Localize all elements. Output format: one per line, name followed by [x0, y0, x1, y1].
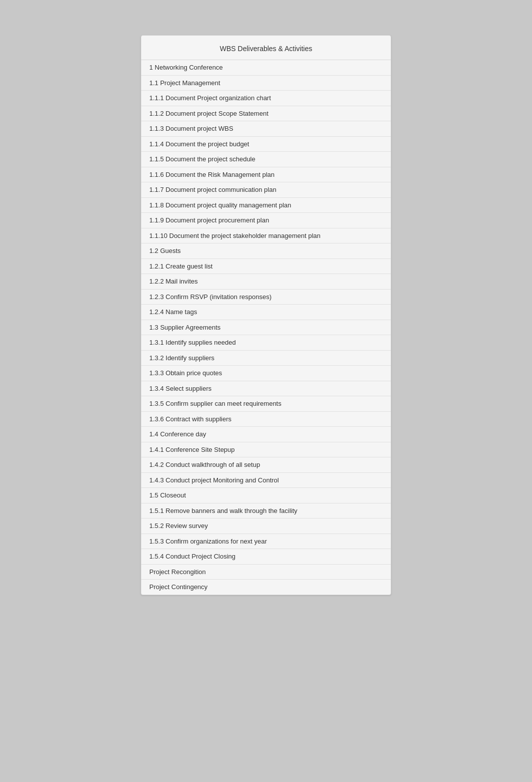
- card-title: WBS Deliverables & Activities: [220, 45, 312, 53]
- wbs-list-item: 1.3.3 Obtain price quotes: [141, 366, 391, 381]
- wbs-list-item: 1.4 Conference day: [141, 427, 391, 442]
- wbs-list-item: 1.5 Closeout: [141, 488, 391, 503]
- wbs-list-item: 1.2.3 Confirm RSVP (invitation responses…: [141, 290, 391, 305]
- wbs-list-item: 1.1.1 Document Project organization char…: [141, 91, 391, 106]
- wbs-list-item: 1.1.9 Document project procurement plan: [141, 213, 391, 228]
- wbs-list: 1 Networking Conference1.1 Project Manag…: [141, 60, 391, 595]
- wbs-list-item: 1.4.1 Conference Site Stepup: [141, 442, 391, 458]
- wbs-list-item: 1.1.3 Document project WBS: [141, 121, 391, 137]
- wbs-list-item: 1.5.4 Conduct Project Closing: [141, 549, 391, 565]
- card-header: WBS Deliverables & Activities: [141, 36, 391, 60]
- wbs-list-item: 1.3.4 Select suppliers: [141, 381, 391, 397]
- wbs-list-item: 1.2.1 Create guest list: [141, 259, 391, 275]
- wbs-list-item: 1.3.5 Confirm supplier can meet requirem…: [141, 396, 391, 412]
- wbs-list-item: Project Contingency: [141, 580, 391, 595]
- wbs-list-item: 1.4.3 Conduct project Monitoring and Con…: [141, 473, 391, 488]
- wbs-list-item: 1.3 Supplier Agreements: [141, 320, 391, 336]
- wbs-list-item: 1.3.6 Contract with suppliers: [141, 412, 391, 427]
- wbs-list-item: 1.5.2 Review survey: [141, 518, 391, 534]
- wbs-list-item: 1.4.2 Conduct walkthrough of all setup: [141, 457, 391, 473]
- wbs-list-item: 1.1.7 Document project communication pla…: [141, 182, 391, 198]
- wbs-list-item: 1.1.6 Document the Risk Management plan: [141, 167, 391, 183]
- wbs-list-item: 1.5.1 Remove banners and walk through th…: [141, 503, 391, 519]
- wbs-list-item: 1.1.10 Document the project stakeholder …: [141, 228, 391, 244]
- wbs-list-item: 1.3.2 Identify suppliers: [141, 351, 391, 366]
- wbs-list-item: Project Recongition: [141, 565, 391, 580]
- wbs-list-item: 1.2.2 Mail invites: [141, 274, 391, 290]
- wbs-list-item: 1.1 Project Management: [141, 76, 391, 91]
- wbs-list-item: 1 Networking Conference: [141, 60, 391, 76]
- wbs-list-item: 1.1.4 Document the project budget: [141, 137, 391, 152]
- wbs-list-item: 1.3.1 Identify supplies needed: [141, 335, 391, 351]
- wbs-list-item: 1.1.2 Document project Scope Statement: [141, 106, 391, 122]
- wbs-list-item: 1.1.5 Document the project schedule: [141, 152, 391, 167]
- wbs-list-item: 1.1.8 Document project quality managemen…: [141, 198, 391, 213]
- wbs-list-item: 1.2.4 Name tags: [141, 305, 391, 320]
- wbs-list-item: 1.2 Guests: [141, 243, 391, 259]
- wbs-list-item: 1.5.3 Confirm organizations for next yea…: [141, 534, 391, 550]
- wbs-card: WBS Deliverables & Activities 1 Networki…: [141, 35, 391, 595]
